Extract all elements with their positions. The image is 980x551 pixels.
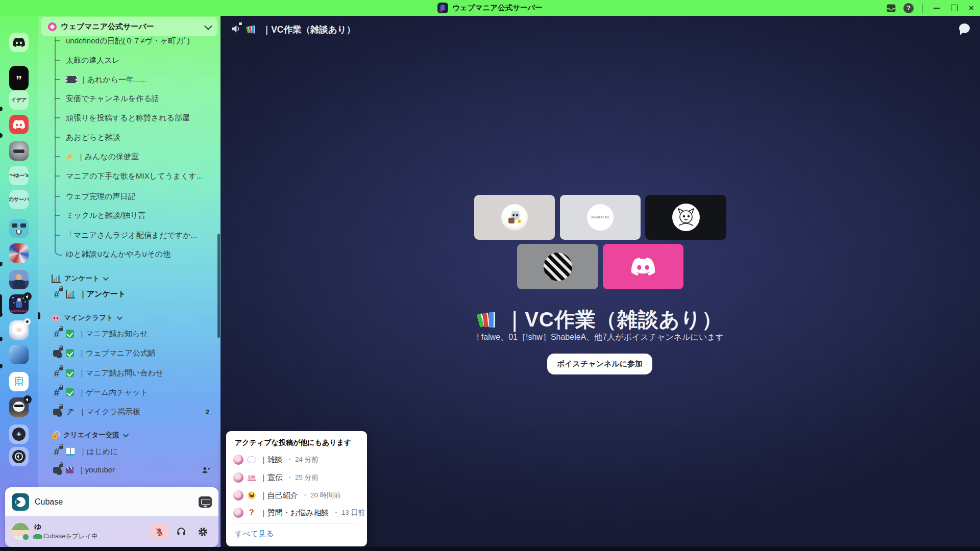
category-minecraft[interactable]: マインクラフト	[38, 313, 217, 323]
sidebar-item-server-easel[interactable]	[9, 372, 29, 391]
active-post-row[interactable]: ｜雑談 ・ 24 分前	[233, 454, 360, 466]
avatar	[672, 204, 700, 231]
plus-icon: +	[12, 428, 26, 441]
unread-dot	[0, 312, 3, 317]
avatar	[233, 455, 243, 465]
voice-tile-participant-3[interactable]	[645, 195, 726, 240]
unread-dot	[0, 107, 3, 111]
help-button[interactable]: ?	[900, 0, 917, 16]
check-mark-icon	[66, 330, 74, 338]
sidebar-scrollbar[interactable]	[217, 234, 220, 338]
active-post-row[interactable]: ｜自己紹介 ・ 20 時間前	[233, 489, 360, 502]
voice-tile-participant-5[interactable]	[603, 244, 683, 289]
thread-item[interactable]: 安価でチャンネルを作る話	[38, 93, 217, 104]
channel-mania-contact[interactable]: # ｜マニア鯖お問い合わせ	[38, 367, 217, 379]
check-mark-icon	[66, 388, 74, 396]
speaker-icon	[26, 294, 30, 299]
server-header[interactable]: ウェブマニア公式サーバー	[41, 17, 217, 36]
sidebar-item-server-blue-anime[interactable]	[9, 345, 29, 364]
thread-item[interactable]: ｜あれから一年......	[38, 74, 217, 85]
channel-webmania-server[interactable]: ｜ウェブマニア公式鯖	[38, 347, 217, 359]
title-group: WM ウェブマニア公式サーバー	[0, 0, 980, 16]
see-all-link[interactable]: すべて見る	[235, 529, 274, 539]
pickaxe-icon	[66, 408, 75, 416]
film-frames-icon	[66, 76, 77, 83]
unread-dot	[0, 133, 3, 138]
sidebar-item-server-red-discord[interactable]	[9, 115, 29, 134]
window-title: ウェブマニア公式サーバー	[452, 3, 543, 13]
forum-channel-limited-icon	[52, 465, 62, 475]
join-voice-button[interactable]: ボイスチャンネルに参加	[547, 354, 652, 374]
gear-icon	[198, 527, 208, 537]
forum-channel-limited-icon	[52, 348, 62, 358]
pig-nose-icon	[52, 315, 60, 321]
chat-toggle-icon[interactable]	[959, 23, 970, 33]
username[interactable]: ゆ	[34, 522, 98, 532]
close-icon: ✕	[968, 4, 975, 12]
stream-activity-icon[interactable]	[199, 496, 212, 508]
popup-title: アクティブな投稿が他にもあります	[235, 438, 351, 447]
chevron-down-icon	[103, 275, 109, 281]
thread-item[interactable]: ミックルと雑談/独り言	[38, 210, 217, 221]
maximize-button[interactable]	[945, 0, 963, 16]
user-status: Cubaseをプレイ中	[34, 532, 98, 541]
sidebar-item-server-teal-face[interactable]	[9, 219, 29, 238]
window-bottom-edge	[0, 547, 980, 551]
channel-anketo[interactable]: # ｜アンケート	[38, 288, 217, 299]
thread-item[interactable]: ゆと雑談∪なんかやろ∪その他	[38, 248, 217, 260]
inbox-button[interactable]	[883, 0, 900, 16]
sidebar-item-server-collage[interactable]	[9, 243, 29, 263]
active-post-row[interactable]: ? ｜質問・お悩み相談 ・ 13 日前	[233, 507, 360, 519]
discord-icon	[13, 120, 25, 129]
voice-tile-participant-1[interactable]	[474, 195, 555, 240]
thread-item[interactable]: ウェブ完理の声日記	[38, 191, 217, 202]
text-channel-limited-icon: #	[52, 329, 62, 339]
bar-chart-icon	[66, 290, 75, 298]
channel-mania-news[interactable]: # ｜マニア鯖お知らせ	[38, 328, 217, 339]
left-panel-background: ” イデア 〜ゆー's のサーバ WEBMANIA	[0, 16, 220, 551]
voice-tile-participant-4[interactable]	[517, 244, 598, 289]
forum-channel-limited-icon	[52, 407, 62, 417]
bandage-icon	[66, 153, 74, 160]
category-anketo[interactable]: アンケート	[38, 273, 217, 284]
selected-server-pill	[0, 294, 2, 315]
sidebar-item-home[interactable]	[9, 33, 29, 52]
question-mark-icon: ?	[247, 508, 256, 517]
active-post-row[interactable]: 100 ｜宣伝 ・ 25 分前	[233, 471, 360, 484]
category-creator[interactable]: クリエイター交流	[38, 430, 217, 440]
channel-hajimeni[interactable]: # ｜はじめに	[38, 446, 217, 457]
sidebar-item-server-news[interactable]	[9, 270, 29, 289]
thread-item[interactable]: マニアの下手な歌をMIXしてうまくす...	[38, 170, 217, 182]
voice-tile-participant-2[interactable]: SHABELEA	[560, 195, 641, 240]
channel-ingame-chat[interactable]: # ｜ゲーム内チャット	[38, 387, 217, 398]
channel-minecraft-board[interactable]: ｜マイクラ掲示板 2	[38, 406, 217, 417]
check-mark-icon	[66, 369, 74, 377]
close-button[interactable]: ✕	[963, 0, 980, 16]
channel-youtuber[interactable]: ｜youtuber	[38, 464, 217, 475]
minimize-button[interactable]	[928, 0, 945, 16]
add-server-button[interactable]: +	[9, 424, 29, 444]
sidebar-item-server-nosaba[interactable]: のサーバ	[9, 190, 29, 209]
sidebar-item-server-helmet[interactable]	[9, 141, 29, 161]
thread-item[interactable]: 太鼓の達人スレ	[38, 55, 217, 66]
explore-servers-button[interactable]	[9, 447, 29, 466]
maximize-icon	[951, 5, 958, 11]
sidebar-item-server-yu[interactable]: 〜ゆー's	[9, 166, 29, 185]
thread-item[interactable]: undefinedの日記(０７≠ヴ・ヶ町刀ﾞ)	[38, 37, 217, 46]
user-section: ゆ Cubaseをプレイ中	[5, 516, 218, 547]
thread-item[interactable]: 「マニアさんラジオ配信まだですか...	[38, 230, 217, 241]
unread-dot	[0, 364, 3, 368]
thread-item[interactable]: あおどらと雑談	[38, 132, 217, 143]
sidebar-item-server-idea[interactable]: イデア	[9, 90, 29, 110]
user-avatar[interactable]	[12, 523, 29, 540]
thread-item[interactable]: ｜みんなの保健室	[38, 151, 217, 162]
settings-button[interactable]	[193, 523, 212, 540]
chevron-down-icon	[116, 314, 122, 320]
mic-muted-button[interactable]	[150, 523, 169, 540]
sidebar-item-server-quotes[interactable]: ”	[9, 66, 29, 90]
text-channel-limited-icon: #	[52, 368, 62, 378]
deafen-button[interactable]	[172, 523, 190, 540]
thread-item[interactable]: 頑張りを投稿すると称賛される部屋	[38, 112, 217, 123]
avatar	[544, 253, 572, 281]
member-add-icon[interactable]	[202, 466, 210, 474]
